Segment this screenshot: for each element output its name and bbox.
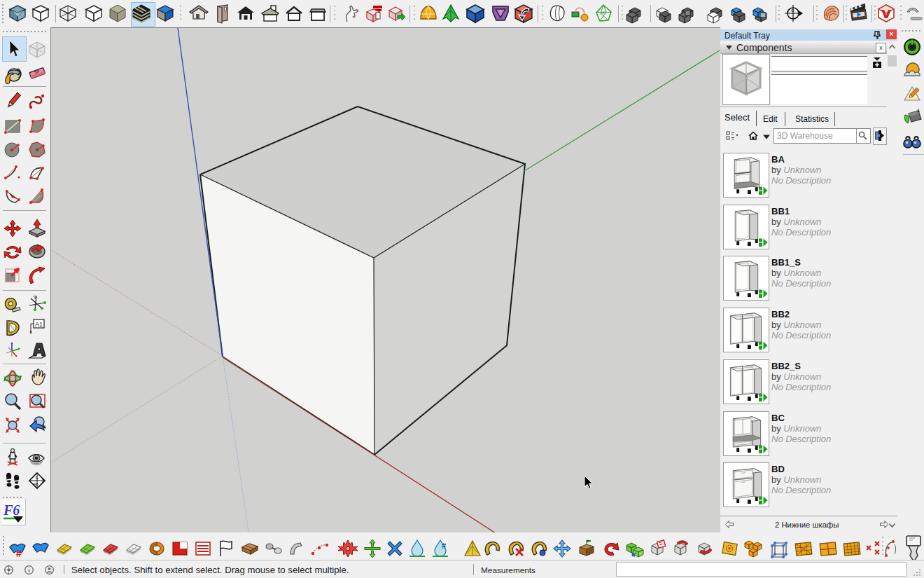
svg-text:#: # (16, 548, 22, 559)
svg-text:AB: AB (34, 482, 38, 486)
svg-text:F6: F6 (3, 502, 20, 518)
svg-text:G: G (791, 8, 794, 13)
svg-text:A1: A1 (35, 321, 43, 328)
svg-text:G: G (36, 476, 39, 480)
svg-text:#: # (442, 542, 446, 550)
